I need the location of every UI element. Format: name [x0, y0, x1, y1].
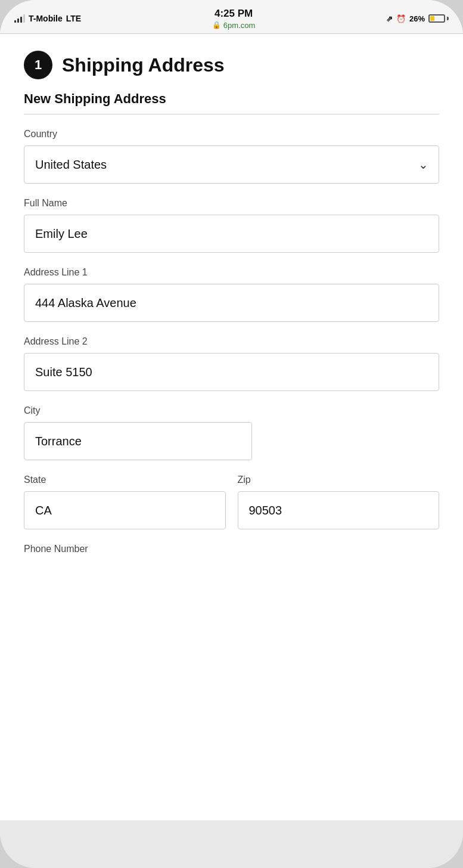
state-input[interactable] [24, 491, 226, 529]
country-group: Country United States Canada United King… [24, 129, 439, 184]
address2-label: Address Line 2 [24, 336, 439, 347]
address2-input[interactable] [24, 353, 439, 391]
full-name-input[interactable] [24, 215, 439, 253]
state-zip-row: State Zip [24, 475, 439, 529]
phone-group: Phone Number [24, 544, 439, 554]
status-left: T-Mobile LTE [14, 14, 81, 23]
website-link[interactable]: 🔒 6pm.com [212, 21, 255, 30]
carrier-label: T-Mobile [29, 14, 63, 23]
section-header: 1 Shipping Address [24, 51, 439, 79]
country-select[interactable]: United States Canada United Kingdom Aust… [24, 145, 439, 184]
full-name-group: Full Name [24, 198, 439, 253]
state-label: State [24, 475, 226, 485]
page-title: Shipping Address [62, 54, 225, 76]
address2-group: Address Line 2 [24, 336, 439, 391]
city-label: City [24, 405, 439, 416]
time-display: 4:25 PM [215, 8, 253, 20]
status-right: ⇗ ⏰ 26% [386, 14, 449, 23]
status-center: 4:25 PM 🔒 6pm.com [212, 8, 255, 30]
country-select-wrapper: United States Canada United Kingdom Aust… [24, 145, 439, 184]
city-group: City [24, 405, 439, 460]
address1-label: Address Line 1 [24, 267, 439, 278]
network-label: LTE [66, 14, 81, 23]
zip-label: Zip [238, 475, 440, 485]
battery-icon [428, 14, 449, 23]
alarm-icon: ⏰ [396, 14, 406, 23]
sub-section-title: New Shipping Address [24, 91, 439, 107]
battery-percent: 26% [409, 14, 425, 23]
address1-group: Address Line 1 [24, 267, 439, 322]
content-area: 1 Shipping Address New Shipping Address … [0, 34, 463, 820]
step-badge: 1 [24, 51, 52, 79]
status-bar: T-Mobile LTE 4:25 PM 🔒 6pm.com ⇗ ⏰ 26% [0, 0, 463, 33]
signal-icon [14, 14, 25, 23]
zip-input[interactable] [238, 491, 440, 529]
zip-group: Zip [238, 475, 440, 529]
section-divider [24, 114, 439, 114]
address1-input[interactable] [24, 284, 439, 322]
full-name-label: Full Name [24, 198, 439, 209]
phone-label: Phone Number [24, 544, 439, 554]
location-icon: ⇗ [386, 14, 393, 23]
website-label: 6pm.com [223, 21, 255, 30]
lock-icon: 🔒 [212, 21, 221, 29]
country-label: Country [24, 129, 439, 140]
city-input[interactable] [24, 422, 252, 460]
state-group: State [24, 475, 226, 529]
bottom-area [0, 820, 463, 868]
phone-frame: T-Mobile LTE 4:25 PM 🔒 6pm.com ⇗ ⏰ 26% [0, 0, 463, 868]
